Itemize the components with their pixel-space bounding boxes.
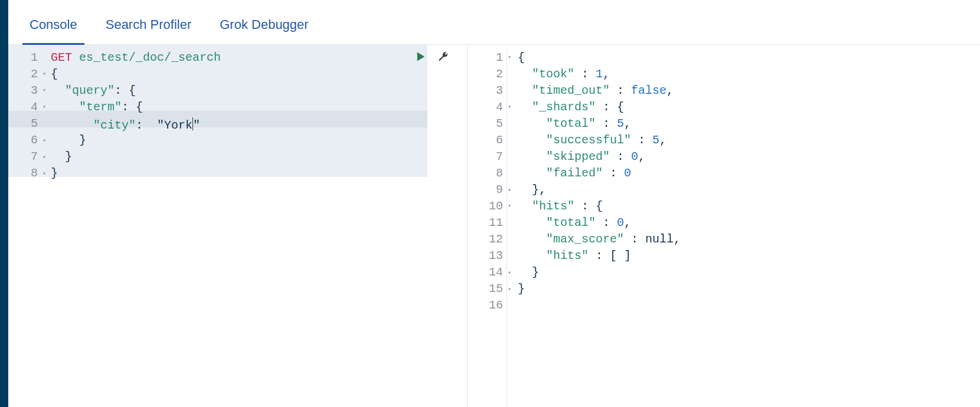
token-indent [518, 216, 546, 229]
response-code-line: { [518, 50, 980, 66]
token-string: " [193, 119, 200, 132]
request-code[interactable]: GET es_test/_doc/_search{ "query": { "te… [40, 50, 467, 407]
request-editor-pane: 12▾3▾4▾56▴7▴8▴ GET es_test/_doc/_search{… [8, 45, 468, 407]
token-punct: : [ ] [589, 249, 631, 262]
token-punct: } [518, 282, 525, 296]
response-code-line: "total" : 5, [518, 116, 980, 132]
response-line-number: 16 [472, 297, 505, 314]
response-line-number: 15▴ [472, 281, 505, 297]
token-punct: } [532, 265, 539, 279]
response-code-line: "total" : 0, [518, 215, 980, 231]
tab-grok-debugger[interactable]: Grok Debugger [213, 6, 315, 44]
response-line-number: 4▾ [472, 99, 505, 116]
response-code-line: } [518, 281, 980, 297]
request-line-number: 7▴ [13, 149, 40, 165]
token-indent [518, 133, 546, 147]
token-punct: , [674, 232, 681, 246]
request-line-number: 6▴ [13, 132, 40, 149]
token-number: 0 [631, 150, 638, 163]
request-line-number: 5 [13, 116, 40, 132]
response-line-number: 13 [472, 248, 505, 264]
token-indent [518, 249, 546, 262]
request-code-line[interactable]: { [51, 66, 467, 83]
response-code-line: "successful" : 5, [518, 132, 980, 149]
app-left-stripe [0, 0, 8, 407]
token-space [72, 51, 79, 64]
response-code: { "took" : 1, "timed_out" : false, "_sha… [507, 50, 980, 407]
token-key: "took" [532, 67, 574, 81]
token-punct: } [51, 166, 58, 180]
play-icon[interactable] [415, 51, 427, 63]
token-key: "total" [546, 117, 596, 130]
response-code-line: "max_score" : null, [518, 231, 980, 248]
token-punct: : [603, 166, 624, 180]
response-code-line: "_shards" : { [518, 99, 980, 116]
response-code-line: "skipped" : 0, [518, 149, 980, 165]
token-key: "term" [79, 100, 122, 114]
token-key: "skipped" [546, 150, 610, 163]
token-punct: { [518, 51, 525, 64]
token-punct: : [610, 150, 631, 163]
token-indent [518, 100, 532, 114]
token-punct: : [596, 216, 617, 229]
token-number: 5 [652, 133, 659, 147]
response-line-number: 8 [472, 165, 505, 182]
token-punct: : [596, 117, 617, 130]
token-indent [518, 199, 532, 213]
token-number: 0 [617, 216, 624, 229]
token-null: null [645, 232, 674, 246]
token-punct: : [136, 119, 157, 132]
token-key: "timed_out" [532, 84, 610, 97]
response-code-line: "hits" : { [518, 198, 980, 215]
token-method: GET [51, 51, 72, 64]
tab-search-profiler[interactable]: Search Profiler [99, 6, 199, 44]
token-punct: , [638, 150, 645, 163]
response-code-line: } [518, 264, 980, 281]
response-code-line: "timed_out" : false, [518, 83, 980, 99]
response-viewer: 1▾234▾56789▴10▾11121314▴15▴16 { "took" :… [472, 50, 980, 407]
request-code-line[interactable]: } [51, 132, 467, 149]
token-bool: false [631, 84, 667, 97]
request-line-number: 2▾ [13, 66, 40, 83]
token-indent [51, 150, 65, 163]
token-indent [51, 84, 65, 97]
response-line-number: 9▴ [472, 182, 505, 198]
token-punct: , [667, 84, 674, 97]
request-code-line[interactable]: } [51, 165, 467, 182]
token-indent [518, 265, 532, 279]
token-punct: , [603, 67, 610, 81]
tab-console[interactable]: Console [22, 6, 84, 44]
response-line-number: 5 [472, 116, 505, 132]
response-code-line [518, 297, 980, 314]
request-code-line[interactable]: GET es_test/_doc/_search [51, 50, 467, 66]
response-code-line: "failed" : 0 [518, 165, 980, 182]
request-code-line[interactable]: "city": "York" [51, 116, 467, 132]
request-code-line[interactable]: "query": { [51, 83, 467, 99]
token-punct: , [659, 133, 667, 147]
response-viewer-pane: 1▾234▾56789▴10▾11121314▴15▴16 { "took" :… [468, 45, 980, 407]
token-key: "query" [65, 84, 115, 97]
token-punct: { [51, 67, 58, 81]
token-key: "total" [546, 216, 596, 229]
response-line-number: 1▾ [472, 50, 505, 66]
token-indent [51, 133, 79, 147]
token-indent [51, 100, 79, 114]
response-line-number: 11 [472, 215, 505, 231]
response-code-line: }, [518, 182, 980, 198]
token-key: "hits" [532, 199, 574, 213]
request-code-line[interactable]: "term": { [51, 99, 467, 116]
request-line-number: 4▾ [13, 99, 40, 116]
token-number: 5 [617, 117, 624, 130]
request-line-number: 8▴ [13, 165, 40, 182]
tab-bar: Console Search Profiler Grok Debugger [8, 0, 980, 45]
token-punct: : [610, 84, 631, 97]
token-punct: } [65, 150, 72, 163]
token-key: "hits" [546, 249, 589, 262]
response-line-number: 3 [472, 83, 505, 99]
token-punct: : { [574, 199, 603, 213]
token-punct: , [624, 216, 631, 229]
request-line-number: 3▾ [13, 83, 40, 99]
request-code-line[interactable]: } [51, 149, 467, 165]
request-editor[interactable]: 12▾3▾4▾56▴7▴8▴ GET es_test/_doc/_search{… [13, 50, 467, 407]
wrench-icon[interactable] [437, 51, 449, 63]
